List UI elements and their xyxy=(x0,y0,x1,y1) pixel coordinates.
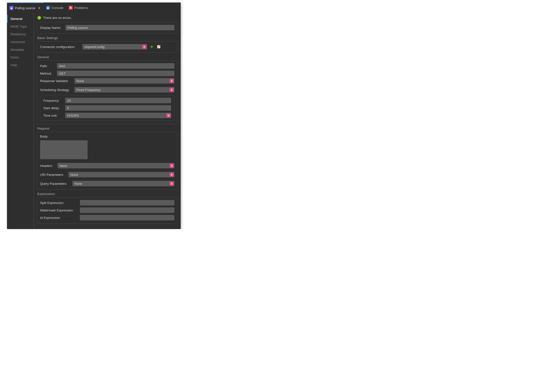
sidebar-item-general[interactable]: General xyxy=(7,15,34,23)
method-label: Method: xyxy=(40,72,54,75)
connector-config-value: requestConfig xyxy=(84,45,105,49)
frequency-label: Frequency: xyxy=(43,99,63,102)
time-unit-value: HOURS xyxy=(67,114,79,117)
scheduling-strategy-label: Scheduling Strategy xyxy=(40,88,72,92)
basic-settings-block: Connector configuration: requestConfig xyxy=(37,41,178,53)
response-validator-label: Response Validator xyxy=(40,79,72,83)
display-name-block: Display Name: xyxy=(37,22,178,34)
split-expression-label: Split Expression: xyxy=(40,201,77,205)
tab-polling-source[interactable]: ◉ Polling source ✕ xyxy=(7,2,44,13)
success-icon: ✓ xyxy=(37,16,41,20)
status-text: There are no errors. xyxy=(43,16,72,20)
tab-problems[interactable]: ✖ Problems xyxy=(66,2,91,13)
sidebar-item-metadata[interactable]: Metadata xyxy=(7,46,34,53)
body-label: Body: xyxy=(40,135,48,138)
chevron-updown-icon xyxy=(170,173,174,177)
tab-polling-label: Polling source xyxy=(15,6,35,10)
connector-config-label: Connector configuration: xyxy=(40,45,80,49)
sidebar-item-redelivery[interactable]: Redelivery xyxy=(7,30,34,38)
sidebar-item-help[interactable]: Help xyxy=(7,61,34,69)
tabstrip: ◉ Polling source ✕ ▣ Console ✖ Problems xyxy=(7,2,181,13)
chevron-updown-icon xyxy=(142,45,146,49)
sidebar: General MIME Type Redelivery Advanced Me… xyxy=(7,13,34,229)
config-window: ◉ Polling source ✕ ▣ Console ✖ Problems … xyxy=(7,2,181,229)
sidebar-item-mime-type[interactable]: MIME Type xyxy=(7,23,34,30)
sidebar-item-advanced[interactable]: Advanced xyxy=(7,38,34,46)
basic-settings-title: Basic Settings xyxy=(37,36,178,40)
expressions-block: Split Expression: Watermark Expression: … xyxy=(37,197,178,224)
console-icon: ▣ xyxy=(46,6,50,10)
query-params-label: Query Parameters xyxy=(40,182,70,186)
edit-config-button[interactable] xyxy=(157,45,161,49)
uri-params-label: URI Parameters xyxy=(40,173,66,177)
split-expression-input[interactable] xyxy=(80,200,174,205)
scheduling-inner-block: Frequency: Start delay: Time unit: HOURS xyxy=(40,95,174,121)
display-name-label: Display Name: xyxy=(40,26,63,30)
time-unit-label: Time unit: xyxy=(43,114,63,117)
scheduling-strategy-value: Fixed Frequency xyxy=(76,88,101,92)
main-panel: ✓ There are no errors. Display Name: Bas… xyxy=(34,13,181,229)
query-params-value: None xyxy=(74,182,82,186)
sidebar-item-notes[interactable]: Notes xyxy=(7,53,34,61)
start-delay-input[interactable] xyxy=(65,105,171,111)
general-block: Path: Method: Response Validator None Sc… xyxy=(37,60,178,124)
display-name-input[interactable] xyxy=(65,25,174,30)
chevron-updown-icon xyxy=(170,88,174,92)
response-validator-select[interactable]: None xyxy=(74,78,174,84)
chevron-updown-icon xyxy=(170,79,174,83)
chevron-updown-icon xyxy=(170,182,174,186)
polling-source-icon: ◉ xyxy=(9,6,13,10)
chevron-updown-icon xyxy=(166,113,170,117)
scheduling-strategy-select[interactable]: Fixed Frequency xyxy=(74,87,174,93)
expressions-section-title: Expressions xyxy=(37,192,178,196)
tab-console[interactable]: ▣ Console xyxy=(44,2,66,13)
general-section-title: General xyxy=(37,55,178,59)
watermark-expression-input[interactable] xyxy=(80,207,174,213)
add-config-button[interactable] xyxy=(150,45,154,49)
id-expression-input[interactable] xyxy=(80,215,174,220)
connector-config-select[interactable]: requestConfig xyxy=(82,44,147,49)
chevron-updown-icon xyxy=(170,164,174,168)
headers-label: Headers xyxy=(40,164,55,168)
tab-console-label: Console xyxy=(52,6,63,10)
headers-value: None xyxy=(59,164,67,168)
headers-select[interactable]: None xyxy=(57,163,174,168)
path-label: Path: xyxy=(40,64,54,68)
start-delay-label: Start delay: xyxy=(43,106,63,110)
request-block: Body: Headers None URI Parameters None xyxy=(37,132,178,190)
watermark-expression-label: Watermark Expression: xyxy=(40,208,77,212)
method-input[interactable] xyxy=(57,71,174,76)
time-unit-select[interactable]: HOURS xyxy=(65,113,171,118)
tab-problems-label: Problems xyxy=(74,6,88,10)
body-textarea[interactable] xyxy=(40,140,88,159)
problems-icon: ✖ xyxy=(69,6,73,10)
response-validator-value: None xyxy=(76,79,84,83)
uri-params-value: None xyxy=(70,173,78,177)
close-icon[interactable]: ✕ xyxy=(38,6,41,10)
uri-params-select[interactable]: None xyxy=(68,172,174,177)
request-section-title: Request xyxy=(37,127,178,130)
status-row: ✓ There are no errors. xyxy=(37,16,178,20)
id-expression-label: Id Expression: xyxy=(40,216,77,220)
frequency-input[interactable] xyxy=(65,98,171,103)
path-input[interactable] xyxy=(57,63,174,69)
query-params-select[interactable]: None xyxy=(72,181,174,186)
